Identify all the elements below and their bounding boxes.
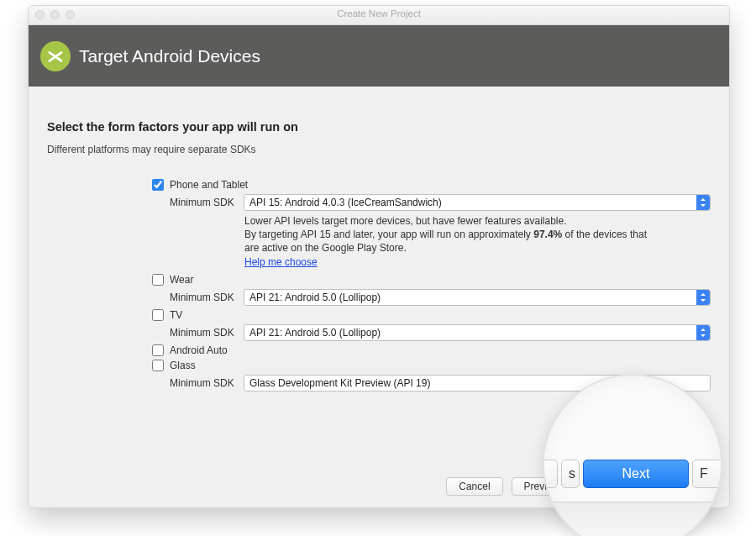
mag-previous-fragment: s: [561, 460, 580, 488]
sdk-label: Minimum SDK: [170, 292, 237, 303]
info-percent: 97.4%: [533, 229, 562, 240]
checkbox-wear[interactable]: [152, 274, 164, 286]
form-factor-auto: Android Auto: [152, 344, 711, 356]
form-factor-phone-tablet: Phone and Tablet Minimum SDK API 15: And…: [152, 179, 711, 269]
mag-finish-fragment: F: [692, 460, 722, 488]
label-glass: Glass: [170, 360, 196, 371]
form-factor-wear: Wear Minimum SDK API 21: Android 5.0 (Lo…: [152, 274, 711, 306]
sdk-value-phone-tablet: API 15: Android 4.0.3 (IceCreamSandwich): [249, 197, 442, 208]
titlebar: Create New Project: [29, 6, 729, 25]
sdk-info: Lower API levels target more devices, bu…: [244, 214, 648, 269]
label-wear: Wear: [170, 274, 193, 286]
label-phone-tablet: Phone and Tablet: [170, 179, 248, 191]
help-me-choose-link[interactable]: Help me choose: [244, 256, 318, 268]
sdk-value-tv: API 21: Android 5.0 (Lollipop): [249, 327, 381, 339]
checkbox-auto[interactable]: [152, 344, 164, 356]
banner-title: Target Android Devices: [79, 46, 260, 66]
info-line-2: By targeting API 15 and later, your app …: [244, 228, 648, 255]
form-factor-tv: TV Minimum SDK API 21: Android 5.0 (Loll…: [152, 309, 711, 341]
dropdown-arrows-icon: [696, 195, 710, 210]
checkbox-phone-tablet[interactable]: [152, 179, 164, 191]
info-line-1: Lower API levels target more devices, bu…: [244, 214, 648, 228]
page-subtext: Different platforms may require separate…: [47, 144, 711, 155]
android-studio-logo-icon: [40, 41, 71, 71]
label-auto: Android Auto: [170, 344, 228, 356]
sdk-label: Minimum SDK: [170, 377, 237, 389]
sdk-select-tv[interactable]: API 21: Android 5.0 (Lollipop): [244, 324, 711, 341]
sdk-select-wear[interactable]: API 21: Android 5.0 (Lollipop): [244, 289, 711, 306]
cancel-button[interactable]: Cancel: [446, 477, 502, 496]
sdk-label: Minimum SDK: [170, 197, 237, 208]
checkbox-tv[interactable]: [152, 309, 164, 321]
sdk-label: Minimum SDK: [170, 327, 237, 339]
sdk-value-wear: API 21: Android 5.0 (Lollipop): [249, 292, 381, 303]
wizard-banner: Target Android Devices: [29, 25, 729, 87]
dropdown-arrows-icon: [696, 325, 710, 340]
page-heading: Select the form factors your app will ru…: [47, 120, 711, 134]
sdk-value-glass: Glass Development Kit Preview (API 19): [249, 377, 430, 389]
window-title: Create New Project: [29, 8, 729, 18]
mag-next-button: Next: [583, 460, 689, 488]
content-area: Select the form factors your app will ru…: [29, 87, 729, 391]
form-factors: Phone and Tablet Minimum SDK API 15: And…: [47, 179, 711, 391]
mag-cancel-button: Cancel: [543, 460, 558, 488]
mag-window-edge: [544, 502, 721, 502]
magnifier-content: Cancel s Next F: [544, 376, 721, 536]
dropdown-arrows-icon: [696, 290, 710, 305]
label-tv: TV: [170, 309, 182, 321]
sdk-select-phone-tablet[interactable]: API 15: Android 4.0.3 (IceCreamSandwich): [244, 194, 711, 211]
checkbox-glass[interactable]: [152, 360, 164, 371]
